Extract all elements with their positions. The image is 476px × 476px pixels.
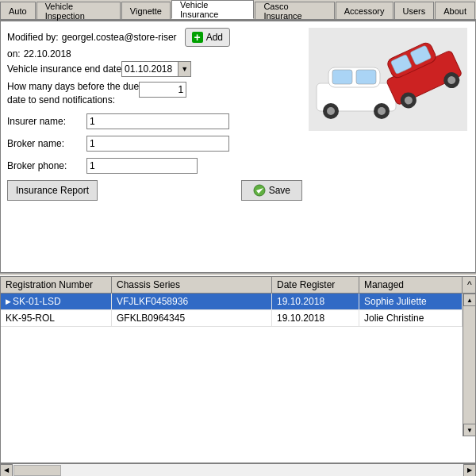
row1-registration: ▶ SK-01-LSD — [1, 294, 112, 309]
broker-name-label: Broker name: — [7, 138, 86, 149]
days-before-label: How many days before the duedate to send… — [7, 80, 139, 107]
broker-phone-input[interactable] — [86, 158, 198, 174]
row-indicator: ▶ — [6, 298, 11, 305]
car-image — [309, 28, 467, 131]
save-button[interactable]: Save — [241, 180, 302, 201]
insurance-end-date-row: Vehicle insurance end date ▼ — [7, 61, 469, 77]
col-header-registration: Registration Number — [1, 277, 112, 293]
scroll-up-button[interactable]: ▲ — [463, 294, 475, 306]
row2-managed: Jolie Christine — [359, 310, 463, 326]
tab-accessory[interactable]: Accessory — [336, 2, 393, 19]
col-header-scroll: ^ — [463, 277, 475, 293]
svg-rect-3 — [332, 70, 352, 84]
col-header-managed: Managed — [359, 277, 463, 293]
tab-users[interactable]: Users — [394, 2, 435, 19]
broker-name-input[interactable] — [86, 136, 229, 152]
hscroll-right-button[interactable]: ▶ — [463, 464, 476, 477]
scroll-thumb[interactable] — [463, 306, 475, 424]
insurer-name-label: Insurer name: — [7, 116, 86, 127]
tab-about[interactable]: About — [435, 2, 475, 19]
svg-point-6 — [327, 107, 335, 115]
broker-phone-row: Broker phone: — [7, 158, 469, 174]
save-icon — [253, 184, 266, 197]
save-button-label: Save — [269, 185, 290, 196]
tab-bar: AutoVehicle InspectionVignetteVehicle In… — [0, 0, 476, 21]
on-value: 22.10.2018 — [24, 48, 71, 60]
insurer-name-input[interactable] — [86, 113, 229, 129]
row1-chassis: VFJLKF0458936 — [112, 294, 272, 309]
table-row[interactable]: ▶ SK-01-LSD VFJLKF0458936 19.10.2018 Sop… — [1, 294, 475, 310]
broker-name-row: Broker name: — [7, 136, 469, 152]
hscroll-left-button[interactable]: ◀ — [0, 464, 13, 477]
date-dropdown-button[interactable]: ▼ — [178, 61, 191, 77]
plus-icon: + — [192, 32, 203, 43]
scroll-down-button[interactable]: ▼ — [463, 424, 475, 436]
row1-managed: Sophie Juliette — [359, 294, 463, 309]
insurance-report-button[interactable]: Insurance Report — [7, 180, 98, 201]
modified-by-label: Modified by: — [7, 32, 59, 43]
buttons-row: Insurance Report Save — [7, 180, 469, 201]
broker-phone-label: Broker phone: — [7, 160, 86, 171]
table-row[interactable]: KK-95-ROL GFKLB0964345 19.10.2018 Jolie … — [1, 310, 475, 327]
col-header-date: Date Register — [272, 277, 359, 293]
add-button[interactable]: + Add — [185, 28, 230, 47]
vertical-scrollbar[interactable]: ▲ ▼ — [463, 294, 475, 436]
main-content-panel: Modified by: georgel.costea@store-riser … — [0, 21, 476, 273]
hscroll-thumb[interactable] — [13, 465, 61, 476]
tab-vignette[interactable]: Vignette — [121, 2, 171, 19]
table-header: Registration Number Chassis Series Date … — [1, 277, 475, 294]
hscroll-track — [13, 464, 463, 477]
row2-chassis: GFKLB0964345 — [112, 310, 272, 326]
modified-by-value: georgel.costea@store-riser — [62, 32, 177, 43]
tab-vehicle-insurance[interactable]: Vehicle Insurance — [171, 0, 254, 19]
svg-rect-4 — [356, 70, 376, 84]
tab-vehicle-inspection[interactable]: Vehicle Inspection — [36, 2, 121, 19]
insurance-end-date-label: Vehicle insurance end date — [7, 63, 121, 75]
on-label: on: — [7, 48, 21, 60]
row1-date: 19.10.2018 — [272, 294, 359, 309]
add-button-label: Add — [206, 32, 223, 43]
col-header-chassis: Chassis Series — [112, 277, 272, 293]
tab-casco-insurance[interactable]: Casco Insurance — [255, 2, 334, 19]
table-container: Registration Number Chassis Series Date … — [0, 276, 476, 463]
row2-date: 19.10.2018 — [272, 310, 359, 326]
horizontal-scrollbar[interactable]: ◀ ▶ — [0, 463, 476, 476]
tab-auto[interactable]: Auto — [0, 2, 36, 19]
table-scroll-area: ▶ SK-01-LSD VFJLKF0458936 19.10.2018 Sop… — [1, 294, 475, 436]
row2-registration: KK-95-ROL — [1, 310, 112, 326]
insurance-end-date-input[interactable] — [121, 61, 178, 77]
svg-point-8 — [378, 107, 386, 115]
date-field-wrapper: ▼ — [121, 61, 191, 77]
days-before-input[interactable] — [139, 82, 186, 98]
car-collision-image — [309, 28, 467, 131]
